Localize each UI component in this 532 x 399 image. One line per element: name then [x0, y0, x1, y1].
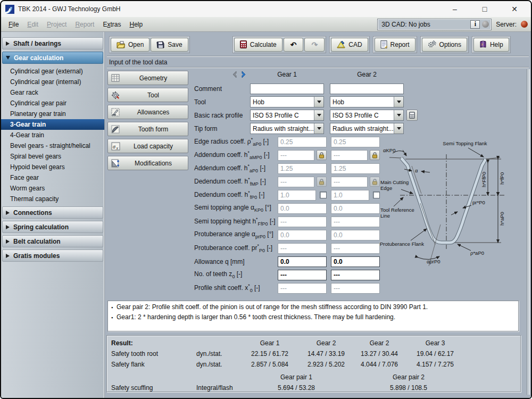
section-button-tooth-form[interactable]: Tooth form	[107, 122, 188, 136]
load-capacity-sigma-icon: σx	[110, 142, 121, 151]
result-row-sublabel: dyn./stat.	[196, 348, 240, 359]
value-field-gear2[interactable]	[331, 190, 369, 201]
sidebar-item-planetary-gear-train[interactable]: Planetary gear train	[1, 109, 104, 119]
sidebar-item-thermal-capacity[interactable]: Thermal capacity	[1, 194, 104, 204]
value-field-gear1[interactable]	[278, 203, 327, 214]
sidebar-section-belt-calculation[interactable]: Belt calculation	[2, 235, 103, 247]
value-field-gear1[interactable]	[278, 137, 327, 147]
sidebar-item-cylindrical-gear-external-[interactable]: Cylindrical gear (external)	[1, 66, 104, 77]
minimize-button[interactable]: –	[447, 3, 463, 15]
value-field-gear1[interactable]	[278, 163, 327, 174]
section-button-allowances[interactable]: Allowances	[107, 105, 188, 119]
field-label: Dedendum coeff. h*fP0 [-]	[194, 190, 264, 200]
lock-icon-button[interactable]	[317, 150, 327, 160]
label-pr-p0: pr*P0	[472, 200, 485, 205]
value-field-gear1[interactable]	[278, 217, 327, 227]
value-field-gear2[interactable]	[331, 203, 380, 214]
value-field-gear1[interactable]	[278, 243, 327, 254]
redo-button[interactable]: ↷	[304, 38, 325, 52]
tooth-form-gear-icon	[110, 124, 121, 134]
warning-text: Gear1: 2 * hardening depth is larger tha…	[117, 313, 395, 322]
sidebar-item-gear-rack[interactable]: Gear rack	[1, 87, 104, 98]
value-field-gear2[interactable]	[331, 243, 380, 254]
dedendum-checkbox[interactable]	[320, 192, 327, 198]
select-tip-form-gear2[interactable]: Radius with straight...	[330, 123, 404, 134]
section-button-tool[interactable]: Tool	[107, 88, 188, 102]
select-tool-gear1[interactable]: Hob	[250, 96, 324, 107]
menu-item-extras[interactable]: Extras	[98, 19, 125, 30]
value-field-gear2[interactable]	[331, 137, 380, 147]
server-status-dot	[521, 21, 528, 28]
dropdown-arrow-icon[interactable]	[394, 123, 403, 134]
menu-item-file[interactable]: File	[4, 19, 23, 30]
close-button[interactable]: ✕	[506, 3, 522, 15]
calculate-button[interactable]: Calculate	[234, 38, 282, 52]
cad-button[interactable]: CAD	[331, 38, 368, 52]
open-folder-icon	[117, 41, 125, 48]
sidebar-section-gear-calculation[interactable]: Gear calculation	[2, 52, 103, 64]
basic-rack-calculator-button[interactable]	[406, 110, 418, 121]
prev-gear-button[interactable]	[230, 70, 239, 79]
value-field-gear1[interactable]	[278, 150, 314, 161]
value-field-gear1[interactable]	[278, 230, 327, 240]
help-button[interactable]: ? Help	[473, 38, 509, 52]
label-semi-topping-flank: Semi Topping Flank	[443, 140, 487, 146]
sidebar-section-gratis-modules[interactable]: Gratis modules	[2, 250, 103, 262]
value-field-gear1[interactable]	[278, 270, 327, 280]
section-button-modifications[interactable]: Modifications	[107, 156, 188, 170]
sidebar-item-3-gear-train[interactable]: 3-Gear train	[1, 119, 104, 130]
section-button-load-capacity[interactable]: σxLoad capacity	[107, 139, 188, 153]
select-basic-rack-profile-gear1[interactable]: ISO 53 Profile C	[250, 110, 324, 121]
sidebar-section-spring-calculation[interactable]: Spring calculation	[2, 221, 103, 233]
sidebar-section-shaft-bearings[interactable]: Shaft / bearings	[2, 37, 103, 49]
result-value: 22.15 / 61.72	[240, 348, 300, 359]
next-gear-button[interactable]	[239, 70, 248, 79]
select-tool-gear2[interactable]: Hob	[330, 96, 404, 107]
sidebar-item-spiral-bevel-gears[interactable]: Spiral bevel gears	[1, 151, 104, 162]
value-field-gear1[interactable]	[278, 283, 327, 294]
info-button[interactable]: i	[470, 20, 480, 29]
value-field-gear1[interactable]	[278, 256, 327, 267]
result-value: 19.04 / 62.17	[406, 348, 464, 359]
save-button[interactable]: Save	[151, 38, 188, 52]
value-field-gear2[interactable]	[331, 177, 368, 187]
sidebar-item-cylindrical-gear-pair[interactable]: Cylindrical gear pair	[1, 98, 104, 109]
value-field-gear2[interactable]	[331, 217, 380, 227]
allowances-micrometer-icon	[110, 107, 121, 117]
open-button[interactable]: Open	[111, 38, 149, 52]
comment-input-gear1[interactable]	[250, 84, 324, 94]
select-tip-form-gear1[interactable]: Radius with straight...	[250, 123, 324, 134]
sidebar-item-worm-gears[interactable]: Worm gears	[1, 183, 104, 194]
value-field-gear2[interactable]	[331, 163, 380, 174]
lock-icon-button[interactable]	[317, 177, 327, 187]
undo-button[interactable]: ↶	[284, 38, 304, 52]
menu-item-help[interactable]: Help	[125, 19, 147, 30]
calculate-label: Calculate	[250, 41, 277, 48]
report-button[interactable]: Report	[375, 38, 415, 52]
comment-input-gear2[interactable]	[330, 84, 404, 94]
sidebar-item-face-gear[interactable]: Face gear	[1, 172, 104, 183]
dropdown-arrow-icon[interactable]	[314, 110, 323, 120]
dropdown-arrow-icon[interactable]	[394, 110, 403, 120]
value-field-gear1[interactable]	[278, 177, 314, 187]
sidebar-item-4-gear-train[interactable]: 4-Gear train	[1, 130, 104, 140]
value-field-gear2[interactable]	[331, 230, 380, 240]
options-button[interactable]: Options	[422, 38, 467, 52]
value-field-gear2[interactable]	[331, 256, 380, 267]
value-field-gear1[interactable]	[278, 190, 316, 201]
sidebar-section-connections[interactable]: Connections	[2, 206, 103, 219]
select-value: Hob	[251, 98, 314, 106]
sidebar-item-hypoid-bevel-gears[interactable]: Hypoid bevel gears	[1, 162, 104, 172]
value-field-gear2[interactable]	[331, 150, 368, 161]
select-basic-rack-profile-gear2[interactable]: ISO 53 Profile C	[330, 110, 404, 121]
sidebar-item-cylindrical-gear-internal-[interactable]: Cylindrical gear (internal)	[1, 77, 104, 87]
cad-label: CAD	[348, 41, 362, 48]
section-button-geometry[interactable]: Geometry	[107, 71, 188, 85]
value-field-gear2[interactable]	[331, 270, 380, 280]
dropdown-arrow-icon[interactable]	[394, 97, 403, 107]
dropdown-arrow-icon[interactable]	[314, 123, 323, 134]
maximize-button[interactable]: □	[477, 3, 493, 15]
dropdown-arrow-icon[interactable]	[314, 97, 323, 107]
sidebar-item-bevel-gears-straight-helical[interactable]: Bevel gears - straight/helical	[1, 140, 104, 151]
value-field-gear2[interactable]	[331, 283, 380, 294]
